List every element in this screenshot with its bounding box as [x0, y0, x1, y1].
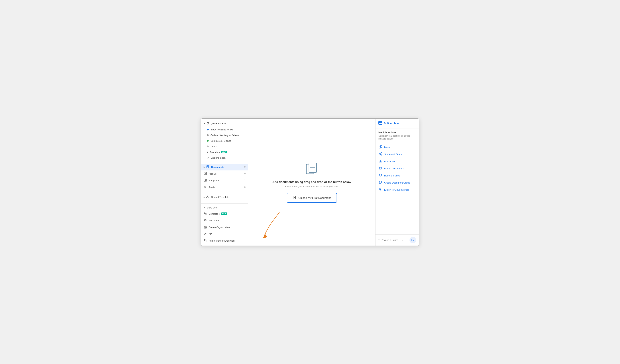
download-icon	[378, 159, 382, 164]
right-panel: Bulk Archive Multiple actions Select sev…	[375, 119, 419, 246]
action-move[interactable]: Move	[378, 144, 416, 151]
move-label: Move	[384, 146, 390, 149]
share-team-label: Share with Team	[384, 153, 402, 156]
footer-sep-2: |	[400, 239, 400, 241]
admin-label: Admin Console/Add User	[209, 239, 235, 242]
quick-access-arrow: ▼	[203, 122, 205, 124]
bulk-archive-label: Bulk Archive	[384, 122, 399, 125]
download-label: Download	[384, 160, 395, 163]
upload-first-doc-button[interactable]: Upload My First Document	[287, 193, 337, 203]
svg-point-25	[204, 239, 205, 241]
resend-invites-label: Resend Invites	[384, 174, 400, 177]
trash-nav-label: Trash	[209, 186, 215, 189]
svg-point-13	[207, 196, 208, 197]
delete-docs-label: Delete Documents	[384, 167, 404, 170]
shared-templates-section: ▶ Shared Templates	[201, 192, 248, 202]
action-download[interactable]: Download	[378, 158, 416, 165]
svg-point-20	[204, 219, 205, 220]
sidebar-item-favorites[interactable]: ♥ Favorites NEW	[201, 149, 248, 155]
quick-access-label: Quick Access	[211, 122, 226, 125]
quick-access-section: ▼ ⏱ Quick Access Inbox / Waiting for Me …	[201, 119, 248, 162]
svg-line-17	[208, 197, 209, 197]
sidebar-item-api[interactable]: API	[201, 231, 248, 237]
multiple-actions-desc: Select several documents to use multiple…	[378, 135, 416, 141]
resend-invites-icon	[378, 174, 382, 178]
create-doc-group-icon	[378, 181, 382, 185]
svg-rect-34	[309, 163, 317, 172]
upload-button-label: Upload My First Document	[298, 196, 331, 199]
documents-count: 0	[244, 166, 246, 168]
sidebar-item-archive[interactable]: Archive 0	[201, 170, 248, 177]
contacts-icon	[203, 212, 207, 215]
svg-point-28	[206, 241, 206, 241]
documents-arrow-icon: ▶	[203, 166, 205, 168]
sidebar-item-inbox[interactable]: Inbox / Waiting for Me	[201, 127, 248, 132]
svg-point-19	[206, 213, 206, 214]
footer-sep-1: |	[390, 239, 391, 241]
action-share-team[interactable]: Share with Team	[378, 151, 416, 158]
admin-icon	[203, 239, 207, 243]
templates-icon	[203, 179, 207, 182]
help-icon[interactable]: ?	[378, 239, 380, 242]
svg-line-49	[380, 154, 381, 155]
show-more-button[interactable]: ▲ Show More	[201, 205, 248, 211]
sidebar-item-outbox[interactable]: Outbox / Waiting for Others	[201, 132, 248, 138]
sidebar-item-shared-templates[interactable]: ▶ Shared Templates	[201, 194, 248, 200]
documents-nav-label: Documents	[211, 166, 224, 168]
action-delete-docs[interactable]: Delete Documents	[378, 165, 416, 172]
sidebar-item-completed[interactable]: Completed / Signed	[201, 138, 248, 144]
svg-rect-5	[204, 172, 206, 173]
share-team-icon	[378, 152, 382, 156]
quick-access-header[interactable]: ▼ ⏱ Quick Access	[201, 120, 248, 127]
sidebar-item-drafts[interactable]: Drafts	[201, 144, 248, 149]
create-org-label: Create Organization	[209, 226, 230, 229]
quick-access-icon: ⏱	[206, 122, 209, 125]
drafts-label: Drafts	[211, 145, 217, 148]
drafts-dot	[207, 146, 209, 147]
more-link[interactable]: ...	[402, 239, 403, 241]
sidebar-item-create-org[interactable]: Create Organization	[201, 224, 248, 231]
sidebar-item-admin[interactable]: Admin Console/Add User	[201, 237, 248, 244]
archive-nav-label: Archive	[209, 172, 217, 175]
app-window: ▼ ⏱ Quick Access Inbox / Waiting for Me …	[201, 118, 419, 246]
svg-point-24	[205, 233, 206, 234]
bulk-archive-button[interactable]: Bulk Archive	[375, 119, 419, 128]
completed-label: Completed / Signed	[211, 139, 231, 142]
sidebar-bottom: ▲ Show More Contacts 3 NEW	[201, 203, 248, 246]
chat-button[interactable]	[409, 237, 416, 243]
empty-state: Add documents using drag and drop or the…	[248, 119, 375, 246]
right-panel-footer: ? Privacy | Terms | ...	[375, 234, 419, 246]
sidebar-item-templates[interactable]: Templates 2	[201, 177, 248, 184]
svg-line-16	[207, 197, 208, 197]
show-more-label: Show More	[206, 206, 217, 209]
svg-point-45	[381, 152, 382, 153]
sidebar-item-contacts[interactable]: Contacts 3 NEW	[201, 211, 248, 217]
action-create-doc-group[interactable]: Create Document Group	[378, 179, 416, 186]
sidebar-item-expiring[interactable]: ⏱ Expiring Soon	[201, 155, 248, 161]
sidebar-item-trash[interactable]: Trash 0	[201, 184, 248, 191]
inbox-dot	[207, 129, 209, 130]
expiring-clock-icon: ⏱	[207, 156, 209, 159]
expiring-label: Expiring Soon	[211, 156, 226, 159]
documents-nav-section: ▶ Documents 0	[201, 162, 248, 192]
svg-point-21	[205, 219, 206, 220]
contacts-new-badge: NEW	[221, 212, 227, 215]
action-resend-invites[interactable]: Resend Invites	[378, 172, 416, 179]
svg-point-46	[379, 153, 380, 154]
terms-link[interactable]: Terms	[392, 239, 398, 241]
contacts-label: Contacts	[209, 212, 218, 215]
svg-rect-23	[205, 228, 206, 228]
show-more-arrow-icon: ▲	[203, 207, 205, 209]
privacy-link[interactable]: Privacy	[382, 239, 388, 241]
shared-templates-icon	[206, 195, 209, 199]
create-org-icon	[203, 226, 207, 229]
multiple-actions-title: Multiple actions	[378, 131, 416, 134]
favorites-new-badge: NEW	[221, 151, 227, 153]
sidebar-item-documents[interactable]: ▶ Documents 0	[201, 164, 248, 170]
svg-rect-42	[379, 121, 382, 122]
svg-point-14	[206, 197, 207, 198]
outbox-dot	[207, 134, 209, 136]
sidebar-item-my-teams[interactable]: My Teams	[201, 217, 248, 224]
templates-count: 2	[244, 179, 246, 182]
action-export-cloud[interactable]: Export to Cloud Storage	[378, 186, 416, 193]
